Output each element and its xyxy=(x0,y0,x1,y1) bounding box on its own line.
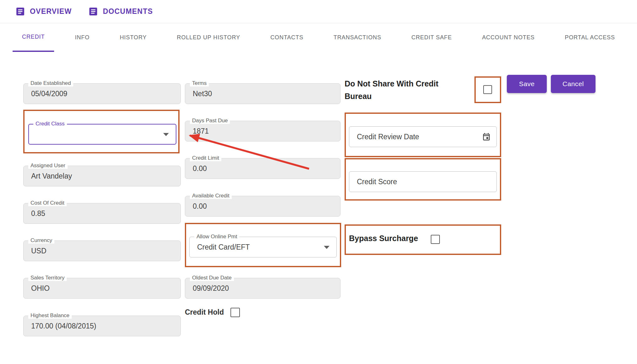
allow-online-pmt-label: Allow Online Pmt xyxy=(194,234,239,240)
oldest-due-date-value: 09/09/2020 xyxy=(193,284,229,293)
days-past-due-value: 1871 xyxy=(193,127,209,135)
field-currency: Currency USD xyxy=(23,240,181,261)
sales-territory-label: Sales Territory xyxy=(28,275,67,281)
credit-limit-label: Credit Limit xyxy=(190,155,221,161)
nav-documents[interactable]: DOCUMENTS xyxy=(88,6,153,17)
field-allow-online-pmt: Allow Online Pmt Credit Card/EFT xyxy=(189,237,337,257)
field-highest-balance: Highest Balance 170.00 (04/08/2015) xyxy=(23,316,181,336)
date-established-label: Date Established xyxy=(28,80,73,86)
cost-of-credit-value: 0.85 xyxy=(31,209,45,218)
tab-account-notes[interactable]: ACCOUNT NOTES xyxy=(473,23,544,52)
terms-label: Terms xyxy=(190,80,209,86)
tab-bar: CREDIT INFO HISTORY ROLLED UP HISTORY CO… xyxy=(0,23,637,52)
bypass-surcharge-label: Bypass Surcharge xyxy=(349,234,418,243)
tab-portal-access[interactable]: PORTAL ACCESS xyxy=(555,23,624,52)
tab-contacts[interactable]: CONTACTS xyxy=(261,23,313,52)
nav-overview-label: OVERVIEW xyxy=(30,7,72,16)
bypass-surcharge-checkbox[interactable] xyxy=(431,235,440,244)
calendar-icon[interactable] xyxy=(482,132,491,141)
field-date-established: Date Established 05/04/2009 xyxy=(23,83,181,104)
overview-document-icon xyxy=(15,6,25,17)
tab-credit[interactable]: CREDIT xyxy=(13,23,54,52)
credit-hold-checkbox[interactable] xyxy=(230,308,240,317)
do-not-share-label: Do Not Share With Credit Bureau xyxy=(345,77,455,102)
field-credit-score: Credit Score xyxy=(349,171,497,192)
date-established-value: 05/04/2009 xyxy=(31,90,67,98)
field-sales-territory: Sales Territory OHIO xyxy=(23,278,181,299)
credit-score-input[interactable]: Credit Score xyxy=(349,171,497,192)
tab-history[interactable]: HISTORY xyxy=(110,23,156,52)
days-past-due-label: Days Past Due xyxy=(190,118,230,124)
tab-info[interactable]: INFO xyxy=(65,23,99,52)
field-terms: Terms Net30 xyxy=(185,83,341,104)
credit-hold-label: Credit Hold xyxy=(185,308,224,317)
cancel-button[interactable]: Cancel xyxy=(551,75,595,93)
currency-label: Currency xyxy=(28,237,54,244)
nav-overview[interactable]: OVERVIEW xyxy=(15,6,72,17)
credit-class-label: Credit Class xyxy=(33,121,67,127)
highest-balance-label: Highest Balance xyxy=(28,312,72,319)
available-credit-value: 0.00 xyxy=(193,202,207,211)
top-navigation: OVERVIEW DOCUMENTS xyxy=(0,0,637,23)
credit-review-date-input[interactable]: Credit Review Date xyxy=(349,126,497,147)
sales-territory-value: OHIO xyxy=(31,284,50,293)
allow-online-pmt-value: Credit Card/EFT xyxy=(197,243,250,251)
do-not-share-checkbox[interactable] xyxy=(483,85,492,94)
field-assigned-user: Assigned User Art Vandelay xyxy=(23,166,181,186)
assigned-user-value: Art Vandelay xyxy=(31,172,72,180)
cost-of-credit-label: Cost Of Credit xyxy=(28,200,67,206)
tab-rolled-up-history[interactable]: ROLLED UP HISTORY xyxy=(168,23,250,52)
oldest-due-date-label: Oldest Due Date xyxy=(190,275,234,281)
field-credit-class: Credit Class xyxy=(28,124,176,145)
field-credit-review-date: Credit Review Date xyxy=(349,126,497,147)
documents-document-icon xyxy=(88,6,98,17)
currency-value: USD xyxy=(31,247,47,255)
credit-page: OVERVIEW DOCUMENTS CREDIT INFO HISTORY R… xyxy=(0,0,637,364)
dropdown-arrow-icon xyxy=(163,133,169,136)
highest-balance-value: 170.00 (04/08/2015) xyxy=(31,322,96,330)
nav-documents-label: DOCUMENTS xyxy=(103,7,153,16)
credit-limit-value: 0.00 xyxy=(193,164,207,173)
field-cost-of-credit: Cost Of Credit 0.85 xyxy=(23,203,181,224)
field-available-credit: Available Credit 0.00 xyxy=(185,196,341,217)
terms-value: Net30 xyxy=(193,90,212,98)
field-days-past-due: Days Past Due 1871 xyxy=(185,121,341,141)
credit-score-placeholder: Credit Score xyxy=(357,178,397,186)
available-credit-label: Available Credit xyxy=(190,193,232,199)
credit-review-date-placeholder: Credit Review Date xyxy=(357,133,419,141)
assigned-user-label: Assigned User xyxy=(28,163,68,169)
tab-transactions[interactable]: TRANSACTIONS xyxy=(324,23,391,52)
save-button[interactable]: Save xyxy=(507,75,547,93)
dropdown-arrow-icon xyxy=(324,246,330,249)
tab-credit-safe[interactable]: CREDIT SAFE xyxy=(402,23,462,52)
field-oldest-due-date: Oldest Due Date 09/09/2020 xyxy=(185,278,341,299)
field-credit-limit: Credit Limit 0.00 xyxy=(185,158,341,179)
